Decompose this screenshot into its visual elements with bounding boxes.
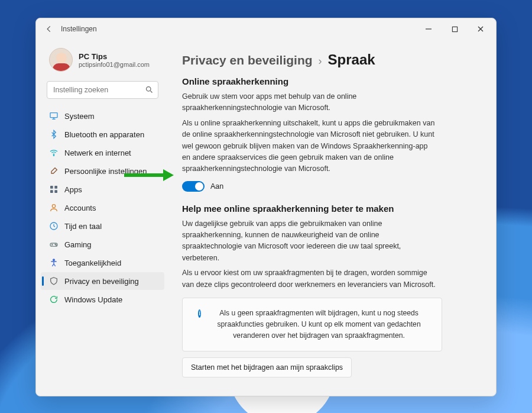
- window-maximize-button[interactable]: [444, 21, 465, 37]
- clock-icon: [49, 221, 59, 231]
- online-speech-toggle-row: Aan: [182, 181, 475, 192]
- svg-point-4: [147, 87, 151, 92]
- sidebar-item-toegankelijkheid[interactable]: Toegankelijkheid: [41, 254, 164, 272]
- wifi-icon: [49, 148, 59, 157]
- profile-email: pctipsinfo01@gmail.com: [79, 61, 150, 68]
- breadcrumb-parent[interactable]: Privacy en beveiliging: [182, 53, 313, 67]
- section2-p2: Als u ervoor kiest om uw spraakfragmente…: [182, 267, 436, 291]
- sidebar-item-label: Systeem: [64, 112, 95, 121]
- search-box: [47, 81, 158, 99]
- sidebar-item-bluetooth[interactable]: Bluetooth en apparaten: [41, 125, 164, 143]
- accessibility-icon: [49, 258, 59, 267]
- sidebar-item-label: Persoonlijke instellingen: [64, 167, 147, 176]
- sidebar-item-persoonlijk[interactable]: Persoonlijke instellingen: [41, 162, 164, 180]
- section1-p2: Als u online spraakherkenning uitschakel…: [182, 118, 436, 175]
- info-icon: i: [198, 309, 201, 318]
- breadcrumb: Privacy en beveiliging › Spraak: [182, 51, 475, 68]
- brush-icon: [49, 166, 59, 176]
- sidebar-item-netwerk[interactable]: Netwerk en internet: [41, 144, 164, 162]
- svg-rect-6: [50, 113, 57, 118]
- update-icon: [49, 295, 59, 304]
- profile-name: PC Tips: [79, 52, 150, 61]
- section2-heading: Help mee online spraakherkenning beter t…: [182, 204, 475, 214]
- section1-heading: Online spraakherkenning: [182, 76, 475, 86]
- svg-line-5: [150, 91, 152, 92]
- sidebar-item-gaming[interactable]: Gaming: [41, 235, 164, 253]
- search-icon: [145, 85, 154, 96]
- svg-point-14: [52, 205, 55, 208]
- sidebar-item-label: Bluetooth en apparaten: [64, 130, 144, 139]
- sidebar-item-tijd[interactable]: Tijd en taal: [41, 217, 164, 235]
- svg-rect-13: [54, 190, 57, 193]
- titlebar: Instellingen: [36, 18, 496, 40]
- svg-rect-10: [50, 186, 53, 189]
- search-input[interactable]: [47, 81, 158, 99]
- window-minimize-button[interactable]: [418, 21, 439, 37]
- apps-icon: [49, 185, 59, 194]
- sidebar-item-label: Privacy en beveiliging: [64, 277, 139, 286]
- sidebar-item-systeem[interactable]: Systeem: [41, 107, 164, 125]
- profile-block[interactable]: PC Tips pctipsinfo01@gmail.com: [41, 44, 164, 78]
- monitor-icon: [49, 111, 59, 121]
- content-area: Privacy en beveiliging › Spraak Online s…: [169, 40, 496, 396]
- breadcrumb-current: Spraak: [328, 51, 375, 68]
- settings-window: Instellingen PC Tips pctipsinfo01@gmail.…: [35, 18, 497, 396]
- svg-rect-12: [50, 190, 53, 193]
- bluetooth-icon: [49, 130, 59, 139]
- svg-point-20: [56, 245, 56, 246]
- sidebar-item-label: Tijd en taal: [64, 222, 102, 231]
- sidebar-item-label: Gaming: [64, 240, 92, 249]
- start-contributing-button[interactable]: Starten met het bijdragen aan mijn spraa…: [182, 357, 352, 377]
- svg-point-9: [53, 155, 54, 156]
- sidebar-item-label: Accounts: [64, 204, 96, 212]
- shield-icon: [49, 276, 59, 286]
- sidebar-item-privacy[interactable]: Privacy en beveiliging: [41, 272, 164, 290]
- info-text: Als u geen spraakfragmenten wilt bijdrag…: [212, 308, 426, 341]
- online-speech-toggle[interactable]: [182, 181, 205, 192]
- sidebar-item-apps[interactable]: Apps: [41, 180, 164, 198]
- svg-point-21: [53, 259, 55, 261]
- avatar: [49, 48, 73, 72]
- sidebar-item-update[interactable]: Windows Update: [41, 291, 164, 308]
- sidebar-item-label: Apps: [64, 185, 82, 194]
- info-card: i Als u geen spraakfragmenten wilt bijdr…: [182, 298, 442, 351]
- person-icon: [49, 203, 59, 212]
- window-title: Instellingen: [61, 25, 418, 33]
- section1-p1: Gebruik uw stem voor apps met behulp van…: [182, 91, 436, 114]
- svg-rect-1: [452, 27, 457, 31]
- sidebar-item-label: Toegankelijkheid: [64, 259, 121, 267]
- sidebar-nav: SysteemBluetooth en apparatenNetwerk en …: [41, 107, 164, 308]
- online-speech-toggle-label: Aan: [210, 182, 223, 191]
- sidebar: PC Tips pctipsinfo01@gmail.com SysteemBl…: [36, 40, 169, 396]
- sidebar-item-label: Windows Update: [64, 295, 122, 304]
- sidebar-item-label: Netwerk en internet: [64, 149, 131, 157]
- section2-p1: Uw dagelijkse gebruik van apps die gebru…: [182, 218, 436, 264]
- window-close-button[interactable]: [470, 21, 491, 37]
- chevron-right-icon: ›: [319, 55, 322, 67]
- sidebar-item-accounts[interactable]: Accounts: [41, 199, 164, 217]
- gamepad-icon: [49, 240, 59, 249]
- svg-rect-11: [54, 186, 57, 189]
- back-button[interactable]: [41, 21, 57, 37]
